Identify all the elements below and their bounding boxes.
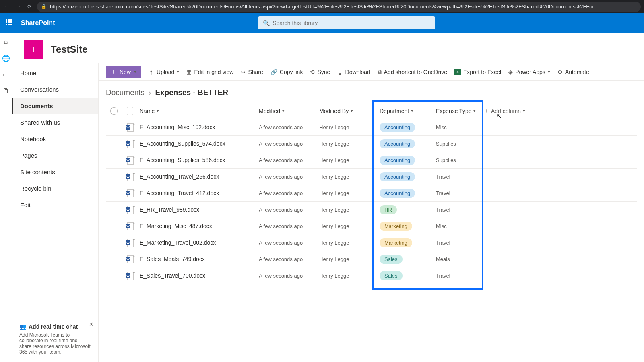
- sharepoint-brand[interactable]: SharePoint: [21, 19, 55, 27]
- globe-icon[interactable]: 🌐: [2, 54, 10, 62]
- table-row[interactable]: E_Sales_Travel_700.docxA few seconds ago…: [106, 267, 637, 284]
- power-apps-button[interactable]: ◈Power Apps▾: [508, 69, 550, 75]
- sidebar-item-recycle-bin[interactable]: Recycle bin: [12, 180, 98, 197]
- file-name[interactable]: E_Accounting_Travel_256.docx: [138, 173, 259, 180]
- file-name[interactable]: E_Sales_Meals_749.docx: [138, 256, 259, 262]
- file-modified-by: Henry Legge: [319, 256, 376, 262]
- file-expense-type: Misc: [436, 124, 480, 130]
- copy-link-label: Copy link: [280, 69, 303, 75]
- site-title[interactable]: TestSite: [51, 44, 88, 55]
- search-icon: 🔍: [263, 20, 270, 26]
- table-row[interactable]: E_Sales_Meals_749.docxA few seconds agoH…: [106, 251, 637, 267]
- plus-icon: ＋: [483, 107, 489, 115]
- file-modified: A few seconds ago: [259, 273, 319, 279]
- chevron-down-icon: ▾: [411, 108, 413, 113]
- breadcrumb-current: Expenses - BETTER: [155, 88, 228, 97]
- chevron-down-icon: ▾: [177, 69, 179, 74]
- add-column-button[interactable]: ＋Add column▾: [480, 107, 537, 115]
- table-row[interactable]: E_Marketing_Misc_487.docxA few seconds a…: [106, 218, 637, 234]
- table-row[interactable]: E_Accounting_Supplies_574.docxA few seco…: [106, 136, 637, 152]
- add-column-label: Add column: [491, 108, 521, 114]
- table-row[interactable]: E_Accounting_Supplies_586.docxA few seco…: [106, 152, 637, 169]
- chevron-down-icon: ▾: [548, 69, 550, 74]
- sharepoint-top-bar: SharePoint 🔍: [0, 13, 644, 33]
- chevron-down-icon: ▾: [282, 108, 285, 113]
- file-department: Accounting: [376, 172, 436, 181]
- column-header-department[interactable]: Department▾: [376, 108, 436, 114]
- app-launcher-icon[interactable]: [6, 19, 14, 27]
- excel-icon: X: [454, 69, 461, 75]
- sidebar-item-notebook[interactable]: Notebook: [12, 131, 98, 147]
- column-header-label: Name: [140, 108, 155, 114]
- table-row[interactable]: E_Marketing_Travel_002.docxA few seconds…: [106, 234, 637, 251]
- export-excel-button[interactable]: XExport to Excel: [454, 69, 501, 75]
- table-row[interactable]: E_Accounting_Travel_256.docxA few second…: [106, 169, 637, 185]
- file-name[interactable]: E_Sales_Travel_700.docx: [138, 272, 259, 279]
- file-modified-by: Henry Legge: [319, 207, 376, 213]
- table-row[interactable]: E_HR_Travel_989.docxA few seconds agoHen…: [106, 202, 637, 218]
- column-header-name[interactable]: Name▾: [138, 108, 259, 114]
- table-row[interactable]: E_Accounting_Misc_102.docxA few seconds …: [106, 119, 637, 136]
- automate-button[interactable]: ⚙Automate: [557, 69, 589, 75]
- browser-reload-button[interactable]: ⟳: [26, 3, 33, 10]
- close-icon[interactable]: ×: [89, 320, 93, 329]
- file-expense-type: Meals: [436, 256, 480, 262]
- browser-back-button[interactable]: ←: [3, 3, 10, 10]
- column-header-expense-type[interactable]: Expense Type▾: [436, 108, 480, 114]
- search-input[interactable]: [258, 16, 435, 29]
- browser-forward-button[interactable]: →: [14, 3, 22, 10]
- sidebar-item-pages[interactable]: Pages: [12, 147, 98, 164]
- column-header-label: Modified By: [319, 108, 349, 114]
- breadcrumb-root[interactable]: Documents: [106, 88, 144, 97]
- chevron-down-icon: ▾: [157, 108, 159, 113]
- sidebar-item-documents[interactable]: Documents: [12, 98, 98, 114]
- copy-link-button[interactable]: 🔗Copy link: [270, 69, 303, 75]
- file-department: Accounting: [376, 189, 436, 198]
- table-header-row: Name▾ Modified▾ Modified By▾ Department▾…: [106, 103, 637, 119]
- link-icon: 🔗: [270, 69, 277, 75]
- file-name[interactable]: E_Marketing_Travel_002.docx: [138, 239, 259, 246]
- file-expense-type: Misc: [436, 223, 480, 229]
- upload-button[interactable]: ⭱Upload▾: [149, 69, 179, 75]
- edit-grid-button[interactable]: ▦Edit in grid view: [186, 69, 233, 75]
- file-type-column-icon[interactable]: [127, 107, 133, 115]
- file-modified-by: Henry Legge: [319, 190, 376, 196]
- share-icon: ↪: [241, 69, 246, 75]
- file-name[interactable]: E_Accounting_Supplies_574.docx: [138, 140, 259, 147]
- share-button[interactable]: ↪Share: [241, 69, 263, 75]
- sync-button[interactable]: ⟲Sync: [310, 69, 330, 75]
- file-modified: A few seconds ago: [259, 240, 319, 246]
- new-button[interactable]: ＋New▾: [106, 66, 141, 78]
- table-row[interactable]: E_Accounting_Travel_412.docxA few second…: [106, 185, 637, 202]
- column-header-label: Department: [380, 108, 409, 114]
- onedrive-shortcut-button[interactable]: ⧉Add shortcut to OneDrive: [378, 68, 447, 75]
- file-modified: A few seconds ago: [259, 190, 319, 196]
- file-expense-type: Travel: [436, 240, 480, 246]
- upload-icon: ⭱: [149, 69, 154, 75]
- download-button[interactable]: ⭳Download: [337, 69, 370, 75]
- sidebar-item-edit[interactable]: Edit: [12, 197, 98, 213]
- file-name[interactable]: E_HR_Travel_989.docx: [138, 206, 259, 213]
- file-name[interactable]: E_Accounting_Travel_412.docx: [138, 190, 259, 196]
- home-icon[interactable]: ⌂: [4, 38, 8, 45]
- sidebar-item-conversations[interactable]: Conversations: [12, 81, 98, 98]
- shortcut-icon: ⧉: [378, 68, 382, 75]
- sidebar-item-site-contents[interactable]: Site contents: [12, 164, 98, 180]
- sidebar-item-shared-with-us[interactable]: Shared with us: [12, 114, 98, 131]
- file-modified: A few seconds ago: [259, 223, 319, 229]
- automate-icon: ⚙: [557, 69, 563, 75]
- news-icon[interactable]: ▭: [3, 71, 9, 78]
- file-name[interactable]: E_Accounting_Supplies_586.docx: [138, 157, 259, 163]
- browser-url-bar[interactable]: 🔒 https://citizenbuilders.sharepoint.com…: [37, 2, 641, 12]
- files-icon[interactable]: 🗎: [3, 87, 9, 95]
- column-header-modified-by[interactable]: Modified By▾: [319, 108, 376, 114]
- site-logo[interactable]: T: [24, 40, 43, 59]
- file-name[interactable]: E_Marketing_Misc_487.docx: [138, 223, 259, 229]
- column-header-modified[interactable]: Modified▾: [259, 108, 319, 114]
- select-all-toggle[interactable]: [110, 107, 118, 115]
- file-name[interactable]: E_Accounting_Misc_102.docx: [138, 124, 259, 130]
- search-container: 🔍: [258, 16, 435, 29]
- sidebar-item-home[interactable]: Home: [12, 65, 98, 81]
- excel-label: Export to Excel: [463, 69, 501, 75]
- grid-icon: ▦: [186, 69, 192, 75]
